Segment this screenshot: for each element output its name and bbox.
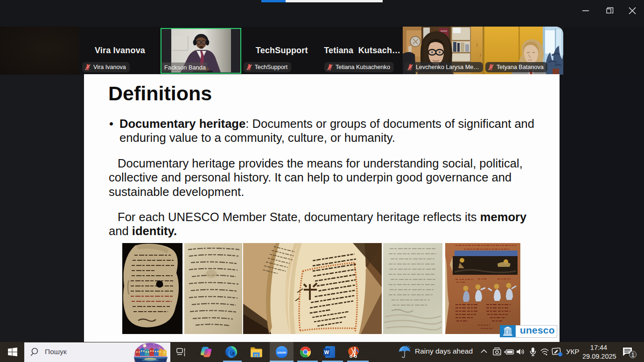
svg-text:W: W: [324, 349, 329, 355]
svg-text:1: 1: [631, 352, 635, 358]
svg-text:zoom: zoom: [277, 350, 286, 355]
